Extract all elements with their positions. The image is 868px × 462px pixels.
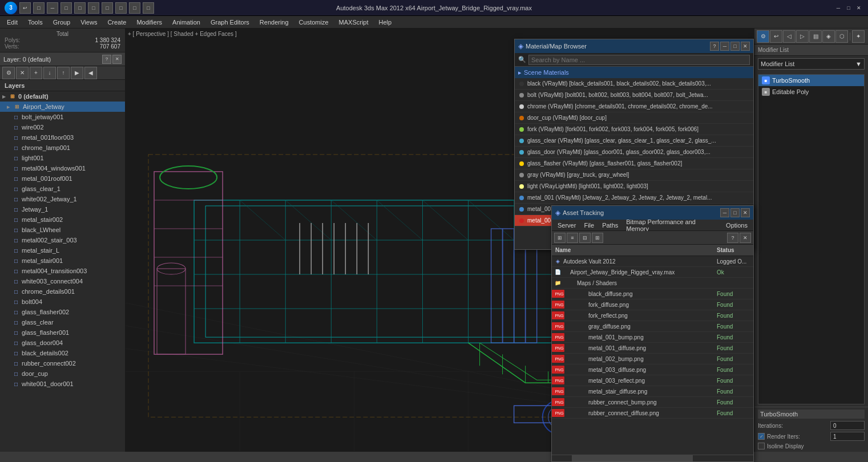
modifier-entry-turbosmooth[interactable]: ■ TurboSmooth: [758, 75, 864, 86]
isoline-checkbox[interactable]: [758, 443, 765, 449]
layer-item-white003_connect004[interactable]: □white003_connect004: [0, 276, 125, 286]
mat-item-light[interactable]: light (VRayLightMtl) [light001, light002…: [515, 181, 753, 192]
layer-item-wire002[interactable]: □wire002: [0, 122, 125, 132]
mat-minimize-button[interactable]: ─: [720, 42, 729, 51]
at-tool-help[interactable]: ?: [727, 233, 738, 243]
layer-tool-6[interactable]: ▶: [71, 67, 83, 79]
mat-item-glass_door[interactable]: glass_door (VRayMtl) [glass_door001, gla…: [515, 147, 753, 158]
toolbar-minus[interactable]: ─: [47, 2, 58, 14]
at-item-gray_diffuse[interactable]: PNGgray_diffuse.pngFound: [552, 321, 753, 332]
menu-edit[interactable]: Edit: [2, 18, 22, 27]
layer-list-container[interactable]: ▸⊞0 (default)▸⊞Airport_Jetway□bolt_jetwa…: [0, 91, 125, 452]
at-menu-paths[interactable]: Paths: [599, 221, 621, 230]
layer-item-bolt004[interactable]: □bolt004: [0, 297, 125, 307]
toolbar-square7[interactable]: □: [129, 2, 140, 14]
at-item-metal_002_bump[interactable]: PNGmetal_002_bump.pngFound: [552, 354, 753, 364]
layer-item-black_lwheel[interactable]: □black_LWheel: [0, 225, 125, 235]
at-item-black_diffuse[interactable]: PNGblack_diffuse.pngFound: [552, 289, 753, 299]
toolbar-square2[interactable]: □: [60, 2, 72, 14]
mat-item-black[interactable]: black (VRayMtl) [black_details001, black…: [515, 78, 753, 90]
toolbar-square3[interactable]: □: [74, 2, 86, 14]
modifier-entry-editable-poly[interactable]: ■ Editable Poly: [758, 86, 864, 98]
layer-tool-5[interactable]: ↑: [57, 67, 70, 79]
layer-item-light001[interactable]: □light001: [0, 153, 125, 163]
at-item-metal_001_bump[interactable]: PNGmetal_001_bump.pngFound: [552, 332, 753, 343]
at-menu-server[interactable]: Server: [554, 221, 579, 230]
rt-btn-7[interactable]: ⬡: [835, 30, 848, 43]
minimize-button[interactable]: ─: [834, 3, 843, 13]
rt-btn-2[interactable]: ↩: [770, 30, 782, 43]
rt-btn-6[interactable]: ◈: [822, 30, 835, 43]
rt-btn-5[interactable]: ▤: [809, 30, 822, 43]
layer-item-glass_clear2[interactable]: □glass_clear: [0, 317, 125, 327]
at-maximize-button[interactable]: □: [730, 208, 740, 217]
mat-close-button[interactable]: ✕: [741, 42, 750, 51]
mat-search-input[interactable]: [528, 55, 750, 65]
at-menu-file[interactable]: File: [580, 221, 597, 230]
layer-item-metal_stair_l[interactable]: □metal_stair_L: [0, 245, 125, 256]
layer-item-glass_door004[interactable]: □glass_door004: [0, 338, 125, 348]
layer-item-white002_jetway_1[interactable]: □white002_Jetway_1: [0, 194, 125, 204]
at-item-autodesk_vault[interactable]: ◈Autodesk Vault 2012Logged O...: [552, 256, 753, 267]
at-tool-x[interactable]: ✕: [740, 233, 751, 243]
layer-item-glass_flasher001[interactable]: □glass_flasher001: [0, 327, 125, 338]
layer-item-glass_clear_1[interactable]: □glass_clear_1: [0, 184, 125, 194]
layer-item-bolt_jetway001[interactable]: □bolt_jetway001: [0, 112, 125, 122]
at-close-button[interactable]: ✕: [741, 208, 750, 217]
layer-item-jetway_1[interactable]: □Jetway_1: [0, 204, 125, 214]
mat-scene-header[interactable]: Scene Materials: [515, 67, 753, 78]
layer-item-default[interactable]: ▸⊞0 (default): [0, 91, 125, 102]
layer-tool-2[interactable]: ✕: [16, 67, 29, 79]
rt-btn-3[interactable]: ◁: [783, 30, 796, 43]
close-button[interactable]: ✕: [854, 3, 863, 13]
menu-rendering[interactable]: Rendering: [255, 18, 293, 27]
mat-item-bolt[interactable]: bolt (VRayMtl) [bolt001, bolt002, bolt00…: [515, 90, 753, 101]
layer-item-chrome_details001[interactable]: □chrome_details001: [0, 286, 125, 297]
rt-btn-8[interactable]: ✦: [852, 30, 865, 43]
toolbar-square6[interactable]: □: [115, 2, 127, 14]
toolbar-undo[interactable]: ↩: [19, 2, 31, 14]
toolbar-square8[interactable]: □: [143, 2, 154, 14]
at-item-airport_file[interactable]: 📄Airport_Jetway_Bridge_Rigged_vray.maxOk: [552, 267, 753, 278]
render-iters-checkbox[interactable]: ✓: [758, 433, 765, 440]
at-tool-4[interactable]: ⊞: [592, 233, 603, 243]
layer-item-metal004_transition003[interactable]: □metal004_transition003: [0, 266, 125, 276]
at-minimize-button[interactable]: ─: [720, 208, 729, 217]
layer-item-chrome_lamp001[interactable]: □chrome_lamp001: [0, 143, 125, 153]
layer-item-door_cup[interactable]: □door_cup: [0, 368, 125, 379]
layer-item-metal_001floor003[interactable]: □metal_001floor003: [0, 132, 125, 143]
at-list[interactable]: ◈Autodesk Vault 2012Logged O...📄Airport_…: [552, 256, 753, 455]
layer-item-white001_door001[interactable]: □white001_door001: [0, 379, 125, 389]
menu-customize[interactable]: Customize: [294, 18, 333, 27]
at-menu-options[interactable]: Options: [722, 221, 751, 230]
at-item-maps_shaders[interactable]: 📁Maps / Shaders: [552, 278, 753, 289]
layer-item-rubber_connect002[interactable]: □rubber_connect002: [0, 358, 125, 368]
mat-help-button[interactable]: ?: [710, 42, 719, 51]
menu-views[interactable]: Views: [76, 18, 102, 27]
at-item-fork_reflect[interactable]: PNGfork_reflect.pngFound: [552, 310, 753, 321]
at-item-metal_001_diffuse[interactable]: PNGmetal_001_diffuse.pngFound: [552, 343, 753, 354]
layer-tool-1[interactable]: ⚙: [2, 67, 15, 79]
mat-item-glass_flasher[interactable]: glass_flasher (VRayMtl) [glass_flasher00…: [515, 158, 753, 169]
layer-tool-3[interactable]: +: [30, 67, 42, 79]
mat-item-door_cup[interactable]: door_cup (VRayMtl) [door_cup]: [515, 112, 753, 124]
mat-item-fork[interactable]: fork (VRayMtl) [fork001, fork002, fork00…: [515, 124, 753, 135]
layer-item-metal004_windows001[interactable]: □metal004_windows001: [0, 163, 125, 173]
render-iters-value[interactable]: 1: [830, 432, 865, 441]
menu-modifiers[interactable]: Modifiers: [132, 18, 167, 27]
menu-graph-editors[interactable]: Graph Editors: [206, 18, 254, 27]
menu-create[interactable]: Create: [103, 18, 131, 27]
layer-close-button[interactable]: ✕: [112, 55, 122, 64]
layer-item-metal_stair002[interactable]: □metal_stair002: [0, 214, 125, 225]
menu-group[interactable]: Group: [49, 18, 75, 27]
at-tool-1[interactable]: ⊞: [554, 233, 566, 243]
layer-item-glass_flasher002[interactable]: □glass_flasher002: [0, 307, 125, 317]
layer-item-metal_001roof001[interactable]: □metal_001roof001: [0, 173, 125, 184]
toolbar-square1[interactable]: □: [33, 2, 45, 14]
layer-item-black_details002[interactable]: □black_details002: [0, 348, 125, 358]
layer-item-airport_jetway[interactable]: ▸⊞Airport_Jetway: [0, 102, 125, 112]
at-horizontal-scrollbar[interactable]: [552, 455, 753, 461]
mat-item-chrome[interactable]: chrome (VRayMtl) [chrome_details001, chr…: [515, 101, 753, 112]
menu-help[interactable]: Help: [374, 18, 397, 27]
mat-maximize-button[interactable]: □: [730, 42, 740, 51]
